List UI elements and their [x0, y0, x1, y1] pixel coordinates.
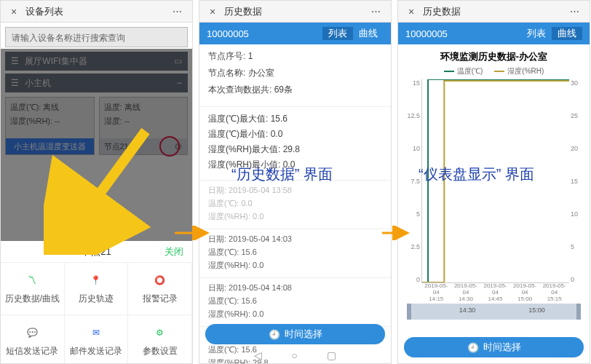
nav-back-icon[interactable]: ◁ [254, 349, 262, 361]
close-icon[interactable]: × [7, 6, 21, 17]
menu-item-2[interactable]: ⭕报警记录 [128, 263, 192, 315]
time-select-button[interactable]: 🕘时间选择 [404, 337, 584, 357]
more-icon[interactable]: ⋯ [368, 6, 385, 17]
node-info: 节点序号: 1 节点名称: 办公室 本次查询数据共: 69条 [199, 44, 391, 107]
history-record: 日期: 2019-05-04 14:08温度(℃): 15.6湿度(%RH): … [199, 278, 391, 327]
device-tab-bar: 10000005 列表 曲线 [398, 23, 590, 44]
chart-title: 环境监测历史数据-办公室 [398, 44, 590, 63]
time-select-button[interactable]: 🕘时间选择 [205, 324, 385, 344]
device-list-panel: × 设备列表 ⋯ 请输入设备名称进行搜索查询 ☰ 展厅WIFI集中器 ▭ ☰ 小… [0, 0, 193, 364]
tab-list[interactable]: 列表 [322, 27, 353, 40]
panel2-titlebar: × 历史数据 ⋯ [199, 1, 391, 23]
device-tab-bar: 10000005 列表 曲线 [199, 23, 391, 44]
more-icon[interactable]: ⋯ [566, 6, 584, 17]
menu-item-4[interactable]: ✉邮件发送记录 [65, 315, 129, 364]
nav-bar: ◁ ○ ▢ [199, 347, 391, 363]
tab-list[interactable]: 列表 [521, 27, 552, 40]
panel1-titlebar: × 设备列表 ⋯ [1, 1, 192, 23]
nav-recent-icon[interactable]: ▢ [327, 349, 336, 361]
panel2-title: 历史数据 [220, 5, 368, 18]
menu-item-1[interactable]: 📍历史轨迹 [65, 263, 129, 315]
chart-area: 1512.5107.552.50 302520151050 2019-05-04… [401, 79, 587, 298]
more-icon[interactable]: ⋯ [169, 6, 186, 17]
tab-chart[interactable]: 曲线 [552, 27, 582, 40]
panel3-titlebar: × 历史数据 ⋯ [398, 1, 590, 23]
nav-home-icon[interactable]: ○ [291, 349, 297, 361]
close-icon[interactable]: × [404, 6, 419, 17]
sheet-close-button[interactable]: 关闭 [156, 245, 192, 258]
history-record: 日期: 2019-05-04 13:58温度(℃): 0.0湿度(%RH): 0… [199, 181, 391, 229]
menu-item-0[interactable]: 〽历史数据/曲线 [1, 263, 65, 315]
search-input[interactable]: 请输入设备名称进行搜索查询 [5, 27, 188, 47]
action-sheet: 节点21 关闭 〽历史数据/曲线📍历史轨迹⭕报警记录💬短信发送记录✉邮件发送记录… [1, 241, 192, 364]
tab-chart[interactable]: 曲线 [353, 27, 384, 40]
menu-item-3[interactable]: 💬短信发送记录 [1, 315, 65, 364]
time-slider[interactable]: 14:30 15:00 [407, 304, 581, 320]
device-id: 10000005 [207, 28, 322, 39]
menu-item-5[interactable]: ⚙参数设置 [128, 315, 192, 364]
caption-dashboard: “仪表盘显示” 界面 [419, 165, 534, 184]
panel3-title: 历史数据 [419, 5, 566, 18]
chart-legend: 温度(℃) 湿度(%RH) [398, 63, 590, 79]
close-icon[interactable]: × [205, 6, 220, 17]
device-id: 10000005 [405, 28, 521, 39]
sheet-title: 节点21 [37, 245, 156, 258]
panel1-title: 设备列表 [21, 5, 169, 18]
history-record: 日期: 2019-05-04 14:03温度(℃): 15.6湿度(%RH): … [199, 229, 391, 278]
caption-history: “历史数据” 界面 [231, 165, 333, 184]
